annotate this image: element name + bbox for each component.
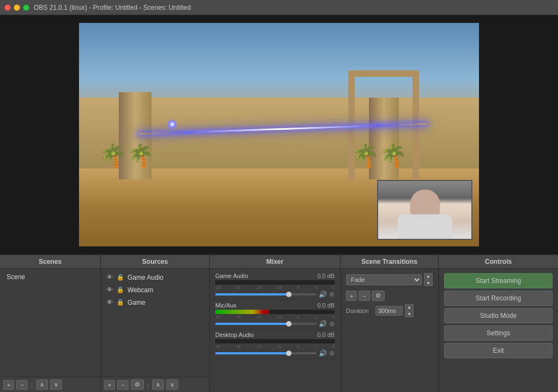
settings-button[interactable]: Settings: [444, 325, 553, 341]
preview-canvas: 🌴 🌴 🌴 🌴: [79, 23, 479, 246]
transitions-toolbar: + − ⚙: [343, 288, 436, 303]
transitions-duration-input[interactable]: [375, 306, 403, 316]
controls-panel: Controls Start Streaming Start Recording…: [439, 255, 558, 392]
mixer-panel: Mixer Game Audio 0.0 dB -60-40-20-10-6-3…: [210, 255, 341, 392]
close-button[interactable]: [4, 4, 11, 11]
sources-header: Sources: [101, 255, 209, 269]
maximize-button[interactable]: [23, 4, 29, 11]
mixer-controls-mic: 🔊 ⚙: [215, 320, 335, 328]
scenes-up-button[interactable]: ∧: [36, 379, 48, 390]
transitions-spin-up[interactable]: ▲: [424, 273, 433, 280]
eye-icon-webcam: 👁: [106, 286, 113, 294]
eye-icon-game: 👁: [106, 298, 113, 306]
mixer-meter-marks-game-audio: -60-40-20-10-6-30: [215, 286, 335, 290]
scenes-content: Scene: [0, 269, 100, 377]
mixer-header: Mixer: [210, 255, 340, 269]
mixer-track-mic-header: Mic/Aux 0.0 dB: [215, 302, 335, 309]
scenes-toolbar-sep: |: [31, 381, 33, 389]
transitions-duration-up[interactable]: ▲: [405, 304, 414, 311]
volume-slider-desktop[interactable]: [215, 352, 317, 354]
volume-slider-fill-game-audio: [215, 293, 292, 295]
webcam-body: [398, 214, 452, 239]
mixer-meter-game-audio: [215, 280, 335, 285]
lock-icon-game: 🔒: [117, 299, 124, 306]
mixer-meter-bar-mic: [215, 310, 269, 314]
speaker-icon-game-audio[interactable]: 🔊: [319, 291, 327, 298]
mixer-controls-game-audio: 🔊 ⚙: [215, 291, 335, 298]
webcam-overlay: [377, 180, 472, 240]
transitions-settings-button[interactable]: ⚙: [372, 291, 385, 301]
scenes-add-button[interactable]: +: [3, 380, 14, 390]
mixer-track-game-audio-name: Game Audio: [215, 273, 248, 279]
sources-toolbar: + − ⚙ | ∧ ∨: [101, 377, 209, 392]
webcam-person: [378, 181, 471, 239]
minimize-button[interactable]: [14, 4, 20, 11]
studio-mode-button[interactable]: Studio Mode: [444, 308, 553, 323]
mixer-track-mic-db: 0.0 dB: [317, 302, 335, 309]
source-label-game-audio: Game Audio: [128, 274, 163, 281]
mixer-meter-desktop: [215, 339, 335, 343]
start-streaming-button[interactable]: Start Streaming: [444, 273, 553, 288]
sources-panel: Sources 👁 🔒 Game Audio 👁 🔒 Webcam 👁 🔒 Ga…: [101, 255, 210, 392]
gear-icon-mic[interactable]: ⚙: [329, 321, 335, 328]
window-buttons: [4, 4, 29, 11]
volume-slider-game-audio[interactable]: [215, 293, 317, 295]
volume-knob-mic: [286, 321, 292, 327]
source-item-webcam[interactable]: 👁 🔒 Webcam: [103, 284, 207, 296]
transitions-duration-label: Duration: [346, 307, 373, 314]
source-label-webcam: Webcam: [128, 286, 153, 294]
sources-toolbar-sep: |: [147, 381, 149, 389]
scenes-down-button[interactable]: ∨: [50, 379, 62, 390]
scene-item[interactable]: Scene: [2, 271, 98, 283]
volume-knob-desktop: [286, 351, 292, 356]
gear-icon-desktop[interactable]: ⚙: [329, 350, 335, 357]
exit-button[interactable]: Exit: [444, 343, 553, 358]
sources-add-button[interactable]: +: [104, 380, 115, 390]
palm-tree-2: 🌴: [127, 143, 154, 168]
mixer-track-game-audio-db: 0.0 dB: [317, 273, 335, 279]
transitions-select[interactable]: Fade Cut Swipe Slide: [346, 274, 422, 285]
bottom-panel: Scenes Scene + − | ∧ ∨ Sources 👁 🔒 Game …: [0, 254, 558, 392]
transitions-spin-arrows: ▲ ▼: [424, 273, 433, 286]
transitions-duration-arrows: ▲ ▼: [405, 304, 414, 317]
sources-settings-button[interactable]: ⚙: [131, 379, 144, 390]
mixer-meter-mic: [215, 310, 335, 314]
volume-slider-fill-desktop: [215, 352, 292, 354]
mixer-track-game-audio: Game Audio 0.0 dB -60-40-20-10-6-30 🔊 ⚙: [212, 271, 338, 300]
lock-icon-game-audio: 🔒: [117, 274, 124, 281]
transitions-header: Scene Transitions: [341, 255, 438, 269]
eye-icon-game-audio: 👁: [106, 273, 113, 281]
mixer-track-game-audio-header: Game Audio 0.0 dB: [215, 273, 335, 279]
transitions-spin-down[interactable]: ▼: [424, 280, 433, 287]
sources-remove-button[interactable]: −: [117, 380, 128, 390]
mixer-meter-marks-desktop: -60-40-20-10-6-30: [215, 345, 335, 348]
transitions-duration-down[interactable]: ▼: [405, 311, 414, 318]
transitions-content: Fade Cut Swipe Slide ▲ ▼ + − ⚙ Duration: [341, 269, 438, 392]
scenes-remove-button[interactable]: −: [16, 380, 27, 390]
volume-slider-fill-mic: [215, 323, 292, 325]
transitions-remove-button[interactable]: −: [359, 291, 369, 301]
sources-up-button[interactable]: ∧: [152, 379, 164, 390]
sources-content: 👁 🔒 Game Audio 👁 🔒 Webcam 👁 🔒 Game: [101, 269, 209, 377]
source-item-game[interactable]: 👁 🔒 Game: [103, 296, 207, 309]
volume-slider-mic[interactable]: [215, 323, 317, 325]
speaker-icon-mic[interactable]: 🔊: [319, 320, 327, 328]
mixer-controls-desktop: 🔊 ⚙: [215, 349, 335, 357]
controls-content: Start Streaming Start Recording Studio M…: [439, 269, 558, 392]
mixer-track-desktop-name: Desktop Audio: [215, 331, 254, 338]
start-recording-button[interactable]: Start Recording: [444, 291, 553, 306]
gear-icon-game-audio[interactable]: ⚙: [329, 291, 335, 298]
mixer-track-mic-name: Mic/Aux: [215, 302, 236, 309]
transitions-add-button[interactable]: +: [346, 291, 357, 301]
mixer-track-desktop-header: Desktop Audio 0.0 dB: [215, 331, 335, 338]
transitions-select-row: Fade Cut Swipe Slide ▲ ▼: [343, 271, 436, 288]
transitions-panel: Scene Transitions Fade Cut Swipe Slide ▲…: [341, 255, 439, 392]
source-item-game-audio[interactable]: 👁 🔒 Game Audio: [103, 271, 207, 284]
volume-knob-game-audio: [286, 292, 292, 297]
controls-header: Controls: [439, 255, 558, 269]
mixer-meter-marks-mic: -60-40-20-10-6-30: [215, 315, 335, 319]
palm-tree-3: 🌴: [352, 143, 379, 168]
scenes-panel: Scenes Scene + − | ∧ ∨: [0, 255, 101, 392]
speaker-icon-desktop[interactable]: 🔊: [319, 349, 327, 357]
sources-down-button[interactable]: ∨: [166, 379, 178, 390]
